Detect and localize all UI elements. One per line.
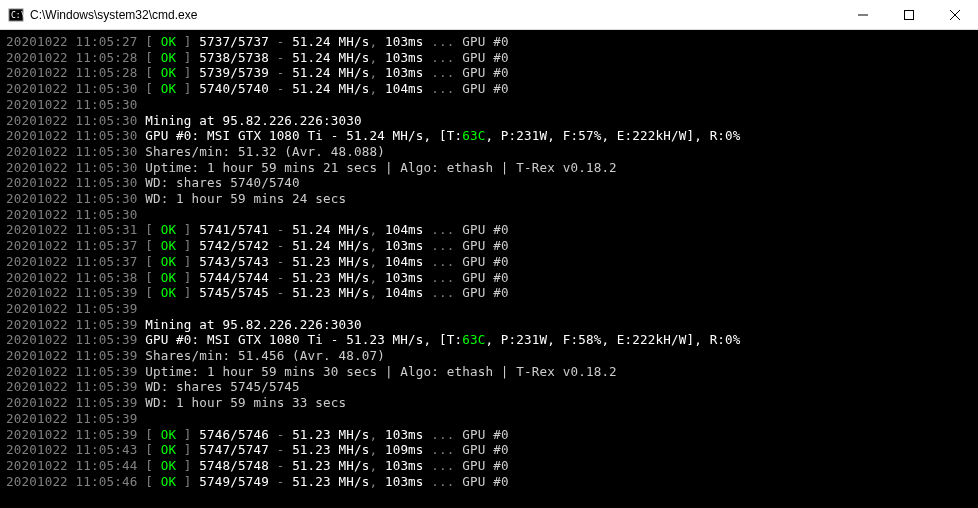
- share-count: 5741/5741: [199, 222, 269, 237]
- info-text: Shares/min: 51.456 (Avr. 48.07): [145, 348, 385, 363]
- gpu-id: GPU #0: [462, 458, 508, 473]
- share-count: 5745/5745: [199, 285, 269, 300]
- console-line: 20201022 11:05:27 [ OK ] 5737/5737 - 51.…: [6, 34, 972, 50]
- timestamp: 20201022 11:05:37: [6, 238, 137, 253]
- status-ok: OK: [161, 254, 176, 269]
- mining-status: Mining at 95.82.226.226:3030: [145, 113, 362, 128]
- status-bracket: [: [145, 238, 160, 253]
- mining-status: Mining at 95.82.226.226:3030: [145, 317, 362, 332]
- minimize-button[interactable]: [840, 0, 886, 30]
- separator: ,: [369, 238, 384, 253]
- timestamp: 20201022 11:05:39: [6, 427, 137, 442]
- timestamp: 20201022 11:05:39: [6, 379, 137, 394]
- console-line: 20201022 11:05:39: [6, 411, 972, 427]
- separator: ,: [369, 65, 384, 80]
- status-ok: OK: [161, 474, 176, 489]
- hashrate: 51.24 MH/s: [292, 238, 369, 253]
- console-line: 20201022 11:05:39 [ OK ] 5745/5745 - 51.…: [6, 285, 972, 301]
- console-line: 20201022 11:05:37 [ OK ] 5743/5743 - 51.…: [6, 254, 972, 270]
- console-line: 20201022 11:05:39 GPU #0: MSI GTX 1080 T…: [6, 332, 972, 348]
- separator: ,: [369, 34, 384, 49]
- separator: ,: [369, 285, 384, 300]
- separator: ,: [369, 458, 384, 473]
- ellipsis: ...: [424, 50, 463, 65]
- status-bracket: [: [145, 65, 160, 80]
- ellipsis: ...: [424, 458, 463, 473]
- latency: 104ms: [385, 285, 424, 300]
- console-line: 20201022 11:05:28 [ OK ] 5739/5739 - 51.…: [6, 65, 972, 81]
- ellipsis: ...: [424, 474, 463, 489]
- separator: -: [269, 254, 292, 269]
- gpu-temp: 63C: [462, 332, 485, 347]
- latency: 109ms: [385, 442, 424, 457]
- status-bracket: ]: [176, 270, 199, 285]
- timestamp: 20201022 11:05:27: [6, 34, 137, 49]
- ellipsis: ...: [424, 254, 463, 269]
- window-controls: [840, 0, 978, 30]
- status-ok: OK: [161, 238, 176, 253]
- console-line: 20201022 11:05:39 Mining at 95.82.226.22…: [6, 317, 972, 333]
- timestamp: 20201022 11:05:30: [6, 113, 137, 128]
- share-count: 5746/5746: [199, 427, 269, 442]
- svg-text:C:\: C:\: [11, 11, 24, 20]
- share-count: 5742/5742: [199, 238, 269, 253]
- status-bracket: [: [145, 474, 160, 489]
- status-bracket: [: [145, 270, 160, 285]
- separator: ,: [369, 474, 384, 489]
- latency: 103ms: [385, 427, 424, 442]
- share-count: 5740/5740: [199, 81, 269, 96]
- status-ok: OK: [161, 458, 176, 473]
- window-titlebar: C:\ C:\Windows\system32\cmd.exe: [0, 0, 978, 30]
- latency: 104ms: [385, 81, 424, 96]
- console-output[interactable]: 20201022 11:05:27 [ OK ] 5737/5737 - 51.…: [0, 30, 978, 508]
- separator: -: [269, 222, 292, 237]
- ellipsis: ...: [424, 238, 463, 253]
- status-bracket: [: [145, 50, 160, 65]
- share-count: 5744/5744: [199, 270, 269, 285]
- timestamp: 20201022 11:05:30: [6, 81, 137, 96]
- console-line: 20201022 11:05:30: [6, 97, 972, 113]
- separator: -: [269, 81, 292, 96]
- status-ok: OK: [161, 65, 176, 80]
- timestamp: 20201022 11:05:43: [6, 442, 137, 457]
- info-text: WD: 1 hour 59 mins 24 secs: [145, 191, 346, 206]
- status-ok: OK: [161, 442, 176, 457]
- console-line: 20201022 11:05:46 [ OK ] 5749/5749 - 51.…: [6, 474, 972, 490]
- console-line: 20201022 11:05:30: [6, 207, 972, 223]
- status-bracket: ]: [176, 427, 199, 442]
- latency: 103ms: [385, 458, 424, 473]
- info-text: Uptime: 1 hour 59 mins 21 secs | Algo: e…: [145, 160, 617, 175]
- separator: -: [269, 442, 292, 457]
- console-line: 20201022 11:05:37 [ OK ] 5742/5742 - 51.…: [6, 238, 972, 254]
- status-ok: OK: [161, 34, 176, 49]
- status-bracket: [: [145, 458, 160, 473]
- hashrate: 51.23 MH/s: [292, 474, 369, 489]
- timestamp: 20201022 11:05:30: [6, 97, 137, 112]
- timestamp: 20201022 11:05:28: [6, 65, 137, 80]
- timestamp: 20201022 11:05:30: [6, 175, 137, 190]
- share-count: 5743/5743: [199, 254, 269, 269]
- status-bracket: ]: [176, 222, 199, 237]
- separator: -: [269, 238, 292, 253]
- gpu-temp: 63C: [462, 128, 485, 143]
- timestamp: 20201022 11:05:39: [6, 348, 137, 363]
- share-count: 5737/5737: [199, 34, 269, 49]
- status-bracket: ]: [176, 254, 199, 269]
- timestamp: 20201022 11:05:28: [6, 50, 137, 65]
- status-bracket: [: [145, 442, 160, 457]
- status-ok: OK: [161, 81, 176, 96]
- maximize-button[interactable]: [886, 0, 932, 30]
- hashrate: 51.24 MH/s: [292, 65, 369, 80]
- console-line: 20201022 11:05:30 Shares/min: 51.32 (Avr…: [6, 144, 972, 160]
- ellipsis: ...: [424, 442, 463, 457]
- ellipsis: ...: [424, 427, 463, 442]
- hashrate: 51.24 MH/s: [292, 34, 369, 49]
- gpu-info: GPU #0: MSI GTX 1080 Ti - 51.24 MH/s, [T…: [145, 128, 462, 143]
- share-count: 5739/5739: [199, 65, 269, 80]
- timestamp: 20201022 11:05:39: [6, 317, 137, 332]
- console-line: 20201022 11:05:30 Uptime: 1 hour 59 mins…: [6, 160, 972, 176]
- close-button[interactable]: [932, 0, 978, 30]
- console-line: 20201022 11:05:43 [ OK ] 5747/5747 - 51.…: [6, 442, 972, 458]
- separator: -: [269, 285, 292, 300]
- gpu-id: GPU #0: [462, 81, 508, 96]
